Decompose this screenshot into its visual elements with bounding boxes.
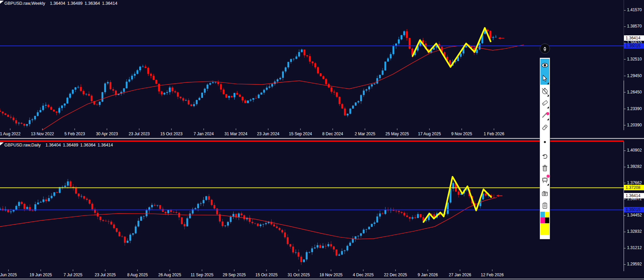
quote-close: 1.36414 bbox=[98, 143, 113, 147]
quote-low: 1.36364 bbox=[80, 143, 95, 147]
pen-nib-icon bbox=[541, 45, 549, 52]
time-axis-label: 8 Aug 2025 bbox=[127, 273, 148, 277]
line-tool-button[interactable] bbox=[540, 109, 549, 121]
weekly-price-axis: 1.415701.385701.355101.325101.294501.264… bbox=[624, 0, 644, 138]
pen-tool-button[interactable] bbox=[540, 43, 550, 54]
pencil-eraser-button[interactable] bbox=[540, 97, 549, 109]
time-axis-label: 18 Nov 2025 bbox=[319, 273, 343, 277]
visibility-toggle-button[interactable] bbox=[540, 59, 549, 72]
weekly-plot[interactable] bbox=[0, 0, 624, 130]
time-axis-label: 23 Jul 2023 bbox=[129, 132, 150, 136]
daily-time-axis: Jun 202519 Jun 20257 Jul 202523 Jul 2025… bbox=[0, 271, 624, 279]
price-tick-mark bbox=[624, 183, 626, 183]
swatch-cyan[interactable] bbox=[540, 212, 545, 217]
price-tick-mark bbox=[624, 232, 626, 232]
price-tick-label: 1.32510 bbox=[627, 57, 642, 62]
submenu-arrow-icon bbox=[547, 183, 549, 186]
price-tick-label: 1.39282 bbox=[627, 164, 642, 169]
daily-price-axis: 1.409021.392821.376621.360721.344521.328… bbox=[624, 142, 644, 280]
pink-dot-badge bbox=[546, 112, 549, 115]
dot-separator-icon bbox=[544, 141, 546, 143]
camera-button[interactable] bbox=[540, 188, 549, 199]
chart-menu-arrow-icon[interactable] bbox=[0, 1, 4, 4]
time-axis-label: 17 Aug 2025 bbox=[418, 132, 441, 136]
clipboard-button[interactable] bbox=[540, 200, 549, 211]
swatch-magenta[interactable] bbox=[540, 217, 545, 223]
price-tick-label: 1.32832 bbox=[627, 229, 642, 234]
time-axis-label: 25 May 2025 bbox=[385, 132, 409, 136]
time-axis-label: 1 Aug 2022 bbox=[0, 132, 20, 136]
price-tick-label: 1.31212 bbox=[627, 245, 642, 250]
price-tick-label: 1.26450 bbox=[627, 90, 642, 94]
time-axis-label: 30 Apr 2023 bbox=[96, 132, 118, 136]
submenu-arrow-icon bbox=[547, 106, 549, 108]
time-axis-label: 15 Oct 2023 bbox=[160, 132, 182, 136]
time-axis-label: 2 Mar 2025 bbox=[355, 132, 375, 136]
submenu-arrow-icon bbox=[547, 82, 549, 84]
toolbar-panel bbox=[540, 58, 550, 239]
price-tick-mark bbox=[624, 248, 626, 248]
price-tick-mark bbox=[624, 151, 626, 151]
undo-button[interactable] bbox=[540, 151, 549, 162]
daily-title: GBPUSD.raw,Daily 1.36404 1.36489 1.36364… bbox=[4, 143, 113, 147]
pink-dot-badge bbox=[547, 175, 550, 178]
price-tick-label: 1.20390 bbox=[627, 123, 642, 127]
price-tick-mark bbox=[624, 76, 626, 76]
time-axis-label: 15 Sep 2024 bbox=[289, 132, 312, 136]
trash-icon bbox=[541, 164, 549, 172]
eraser-button[interactable] bbox=[540, 122, 549, 133]
price-badge-blue: 1.35015 bbox=[624, 207, 644, 212]
time-axis-label: 7 Jul 2025 bbox=[63, 273, 82, 277]
eye-icon bbox=[541, 62, 549, 69]
color-palette bbox=[540, 212, 549, 223]
price-tick-mark bbox=[624, 199, 626, 199]
weekly-title: GBPUSD.raw,Weekly 1.36404 1.36489 1.3636… bbox=[4, 1, 117, 6]
quote-open: 1.36404 bbox=[45, 143, 61, 147]
trash-button[interactable] bbox=[540, 162, 549, 174]
quote-high: 1.36489 bbox=[67, 1, 82, 6]
timer-off-button[interactable] bbox=[540, 85, 549, 97]
camera-icon bbox=[541, 190, 549, 197]
swatch-yellow[interactable] bbox=[545, 212, 549, 217]
time-axis-label: 13 Nov 2022 bbox=[31, 132, 54, 136]
eraser-icon bbox=[541, 124, 549, 131]
price-tick-mark bbox=[624, 125, 626, 125]
time-axis-label: 1 Feb 2026 bbox=[484, 132, 504, 136]
price-tick-mark bbox=[624, 215, 626, 216]
submenu-arrow-icon bbox=[547, 94, 549, 97]
time-axis-label: 8 Dec 2024 bbox=[322, 132, 343, 136]
price-tick-label: 1.38570 bbox=[627, 24, 642, 29]
select-tool-button[interactable] bbox=[540, 72, 549, 85]
time-axis-label: 31 Oct 2025 bbox=[288, 273, 310, 277]
swatch-black[interactable] bbox=[545, 217, 549, 223]
whiteboard-button[interactable] bbox=[540, 174, 549, 186]
pencil-eraser-icon bbox=[541, 99, 549, 107]
stopwatch-off-icon bbox=[541, 87, 549, 95]
price-tick-mark bbox=[624, 167, 626, 167]
time-axis-label: 27 Jan 2026 bbox=[449, 273, 471, 277]
time-axis-label: 4 Dec 2025 bbox=[353, 273, 373, 277]
time-axis-label: 9 Jan 2026 bbox=[418, 273, 438, 277]
cursor-icon bbox=[541, 74, 549, 82]
price-badge-yellow: 1.37208 bbox=[624, 185, 644, 190]
time-axis-label: 31 Mar 2024 bbox=[224, 132, 247, 136]
time-axis-label: 26 Aug 2025 bbox=[158, 273, 181, 277]
time-axis-label: 11 Sep 2025 bbox=[190, 273, 213, 277]
chart-menu-arrow-icon[interactable] bbox=[0, 142, 4, 145]
daily-plot[interactable] bbox=[0, 142, 624, 271]
price-badge-last: 1.36414 bbox=[624, 35, 644, 41]
time-axis-label: 15 Oct 2025 bbox=[255, 273, 277, 277]
time-axis-label: 5 Feb 2023 bbox=[65, 132, 85, 136]
price-tick-mark bbox=[624, 109, 626, 109]
weekly-time-axis: 1 Aug 202213 Nov 20225 Feb 202330 Apr 20… bbox=[0, 130, 624, 138]
active-color-swatch[interactable] bbox=[540, 223, 549, 235]
chart-symbol-period: GBPUSD.raw,Daily bbox=[4, 143, 41, 147]
undo-icon bbox=[541, 153, 549, 160]
time-axis-label: 7 Jan 2024 bbox=[194, 132, 214, 136]
price-tick-label: 1.37662 bbox=[627, 180, 642, 185]
clipboard-icon bbox=[541, 202, 549, 209]
time-axis-label: 29 Sep 2025 bbox=[223, 273, 246, 277]
price-tick-label: 1.34452 bbox=[627, 213, 642, 217]
quote-high: 1.36489 bbox=[63, 143, 78, 147]
workspace-bottom-border bbox=[0, 279, 644, 279]
